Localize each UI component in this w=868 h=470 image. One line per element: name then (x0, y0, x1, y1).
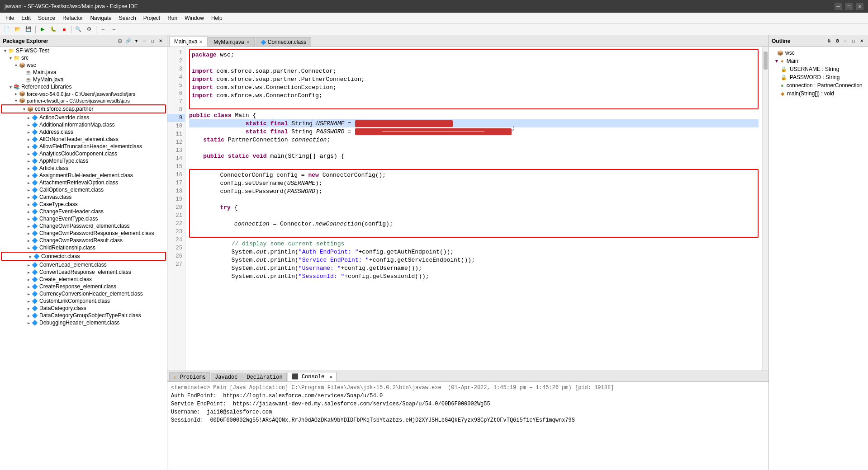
close-button[interactable]: ✕ (856, 3, 863, 10)
tree-item-changeeventheader[interactable]: ▸ 🔷 ChangeEventHeader.class (0, 208, 167, 215)
bottom-tab-declaration[interactable]: Declaration (242, 373, 286, 381)
toolbar-settings[interactable]: ⚙ (84, 25, 94, 34)
close-panel-button[interactable]: ✕ (157, 38, 164, 45)
tree-item-com-sforce[interactable]: ▾ 📦 com.sforce.soap.partner (1, 104, 166, 113)
menu-run[interactable]: Run (164, 14, 181, 22)
tree-item-changeeventtype[interactable]: ▸ 🔷 ChangeEventType.class (0, 215, 167, 222)
tree-item-connector-class[interactable]: ▸ 🔷 Connector.class (1, 252, 166, 261)
menu-navigate[interactable]: Navigate (86, 14, 115, 22)
tab-mymain-java[interactable]: MyMain.java ✕ (209, 37, 254, 47)
tree-item-canvas[interactable]: ▸ 🔷 Canvas.class (0, 193, 167, 201)
tree-item-childrelationship[interactable]: ▸ 🔷 ChildRelationship.class (0, 244, 167, 251)
bottom-tab-problems[interactable]: ⚠ Problems (169, 372, 210, 381)
tree-item-wsc[interactable]: ▾ 📦 wsc (0, 61, 167, 69)
toolbar-back[interactable]: ← (98, 25, 108, 34)
tree-item-allornone[interactable]: ▸ 🔷 AllOrNoneHeader_element.class (0, 136, 167, 143)
tree-item-casetype[interactable]: ▸ 🔷 CaseType.class (0, 201, 167, 208)
minimize-panel-button[interactable]: ─ (141, 38, 148, 45)
console-close[interactable]: ✕ (330, 375, 332, 380)
tree-item-assignmentrule[interactable]: ▸ 🔷 AssignmentRuleHeader_element.class (0, 172, 167, 179)
tree-item-sf-wsc-test[interactable]: ▾ 📁 SF-WSC-Test (0, 47, 167, 54)
tree-item-analytics[interactable]: ▸ 🔷 AnalyticsCloudComponent.class (0, 150, 167, 157)
outline-header: Outline ⇅ ⚙ ─ □ ✕ (769, 35, 868, 47)
tree-item-ref-libs[interactable]: ▾ 📚 Referenced Libraries (0, 83, 167, 90)
outline-item-connection[interactable]: ● connection : PartnerConnection (769, 81, 868, 89)
tree-item-article[interactable]: ▸ 🔷 Article.class (0, 164, 167, 172)
bottom-tab-console[interactable]: ⬛ Console ✕ (288, 372, 337, 381)
code-content[interactable]: package wsc; import com.sforce.soap.part… (185, 47, 762, 371)
line-8: 8 (167, 106, 185, 114)
line-6: 6 (167, 89, 185, 98)
menu-window[interactable]: Window (181, 14, 208, 22)
tree-item-force-wsc[interactable]: ▸ 📦 force-wsc-54.0.0.jar - C:\Users\jasw… (0, 90, 167, 97)
menu-edit[interactable]: Edit (18, 14, 34, 22)
outline-sort-button[interactable]: ⇅ (825, 38, 833, 45)
collapse-all-button[interactable]: ⊟ (116, 38, 123, 45)
toolbar-debug[interactable]: 🐛 (48, 25, 58, 34)
toolbar-new[interactable]: 📄 (2, 25, 12, 34)
line-13: 13 (167, 146, 185, 155)
tree-item-actionoverride[interactable]: ▸ 🔷 ActionOverride.class (0, 114, 167, 121)
outline-close-button[interactable]: ✕ (858, 38, 865, 45)
tree-item-currencyconv[interactable]: ▸ 🔷 CurrencyConversionHeader_element.cla… (0, 290, 167, 297)
tree-item-address[interactable]: ▸ 🔷 Address.class (0, 128, 167, 136)
line-25: 25 (167, 244, 185, 252)
outline-minimize-button[interactable]: ─ (842, 38, 849, 45)
code-line-18 (192, 195, 756, 203)
maximize-button[interactable]: □ (845, 3, 853, 10)
tree-item-attachmentret[interactable]: ▸ 🔷 AttachmentRetrievalOption.class (0, 179, 167, 186)
tab-connector-class-label: Connector.class (268, 39, 306, 45)
tree-item-datacategory[interactable]: ▸ 🔷 DataCategory.class (0, 305, 167, 312)
center-panel: Main.java ✕ MyMain.java ✕ 🔷 Connector.cl… (167, 35, 768, 470)
menu-source[interactable]: Source (34, 14, 59, 22)
tree-item-changeownpassword[interactable]: ▸ 🔷 ChangeOwnPassword_element.class (0, 222, 167, 230)
line-21: 21 (167, 212, 185, 220)
tree-item-create[interactable]: ▸ 🔷 Create_element.class (0, 276, 167, 283)
tree-item-main-java[interactable]: ☕ Main.java (0, 69, 167, 76)
tree-item-convertlead[interactable]: ▸ 🔷 ConvertLead_element.class (0, 261, 167, 268)
menu-help[interactable]: Help (208, 14, 226, 22)
link-editor-button[interactable]: 🔗 (124, 38, 132, 45)
tree-item-changeownpasswordresult[interactable]: ▸ 🔷 ChangeOwnPasswordResult.class (0, 237, 167, 244)
menu-project[interactable]: Project (140, 14, 164, 22)
tree-item-datacategorygroup[interactable]: ▸ 🔷 DataCategoryGroupSobjectTypePair.cla… (0, 312, 167, 319)
toolbar-search[interactable]: 🔍 (73, 25, 83, 34)
menu-file[interactable]: File (2, 14, 18, 22)
editor-scrollbar[interactable] (762, 47, 768, 371)
minimize-button[interactable]: ─ (835, 3, 842, 10)
outline-item-password[interactable]: 🔒 PASSWORD : String (769, 73, 868, 81)
toolbar-run[interactable]: ▶ (38, 25, 47, 34)
maximize-panel-button[interactable]: □ (149, 38, 156, 45)
toolbar-stop[interactable]: ■ (59, 25, 69, 34)
outline-maximize-button[interactable]: □ (850, 38, 857, 45)
outline-filter-button[interactable]: ⚙ (834, 38, 841, 45)
outline-item-main[interactable]: ▾ ● Main (769, 57, 868, 65)
outline-item-main-method[interactable]: ◆ main(String[]) : void (769, 89, 868, 98)
tree-item-createresp[interactable]: ▸ 🔷 CreateResponse_element.class (0, 283, 167, 290)
tree-item-calloptions[interactable]: ▸ 🔷 CallOptions_element.class (0, 186, 167, 193)
tree-item-debuggingheader[interactable]: ▸ 🔷 DebuggingHeader_element.class (0, 319, 167, 326)
tab-connector-class[interactable]: 🔷 Connector.class (256, 37, 311, 47)
tree-item-mymain-java[interactable]: ☕ MyMain.java (0, 76, 167, 83)
tree-item-changeownpasswordresp[interactable]: ▸ 🔷 ChangeOwnPasswordResponse_element.cl… (0, 230, 167, 237)
view-menu-button[interactable]: ▾ (133, 38, 140, 45)
tree-item-additionalinfo[interactable]: ▸ 🔷 AdditionalInformationMap.class (0, 121, 167, 128)
tab-mymain-java-close[interactable]: ✕ (246, 40, 250, 45)
tree-item-allowfield[interactable]: ▸ 🔷 AllowFieldTruncationHeader_elementcl… (0, 143, 167, 150)
declaration-label: Declaration (247, 374, 282, 381)
tab-main-java-close[interactable]: ✕ (199, 39, 203, 44)
tree-item-appmenu[interactable]: ▸ 🔷 AppMenuType.class (0, 157, 167, 164)
outline-item-username[interactable]: 🔒 USERNAME : String (769, 65, 868, 73)
outline-item-wsc[interactable]: 📦 wsc (769, 49, 868, 57)
toolbar-forward[interactable]: → (109, 25, 119, 34)
menu-search[interactable]: Search (115, 14, 140, 22)
toolbar-open[interactable]: 📂 (13, 25, 23, 34)
tree-item-customlink[interactable]: ▸ 🔷 CustomLinkComponent.class (0, 297, 167, 305)
tab-main-java[interactable]: Main.java ✕ (169, 37, 208, 47)
tree-item-src[interactable]: ▾ 📁 src (0, 54, 167, 61)
tree-item-partner-jar[interactable]: ▾ 📦 partner-cfwsdl.jar - C:\Users\jaswan… (0, 97, 167, 104)
tree-item-convertleadresp[interactable]: ▸ 🔷 ConvertLeadResponse_element.class (0, 268, 167, 276)
toolbar-save[interactable]: 💾 (24, 25, 33, 34)
menu-refactor[interactable]: Refactor (59, 14, 86, 22)
bottom-tab-javadoc[interactable]: Javadoc (211, 373, 242, 381)
